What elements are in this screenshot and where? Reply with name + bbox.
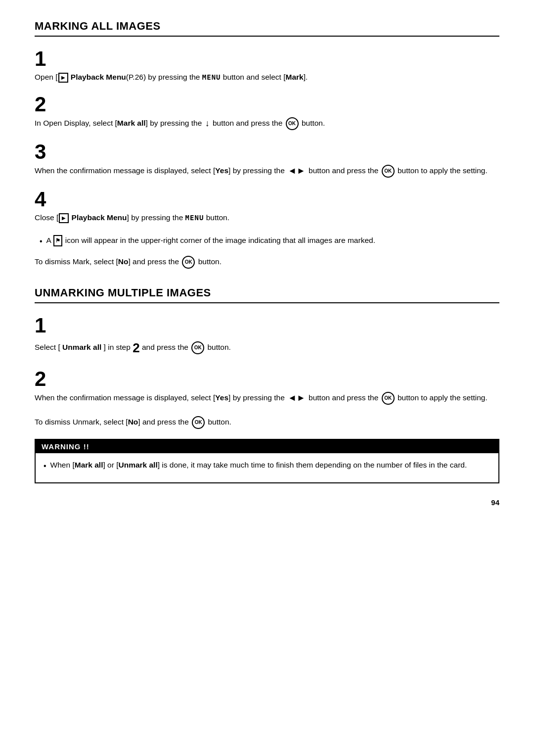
step-2-number: 2 bbox=[35, 94, 499, 115]
unmarking-step-2-text: When the confirmation message is display… bbox=[35, 391, 499, 405]
warning-content: • When [Mark all] or [Unmark all] is don… bbox=[36, 453, 498, 482]
marking-section: MARKING ALL IMAGES 1 Open [▶ Playback Me… bbox=[35, 20, 499, 269]
ok-button-icon: OK bbox=[286, 117, 299, 130]
unmarking-step-2: 2 When the confirmation message is displ… bbox=[35, 369, 499, 405]
unmarking-title: UNMARKING MULTIPLE IMAGES bbox=[35, 286, 499, 303]
playback-icon-2: ▶ bbox=[59, 213, 69, 223]
step-4-text: Close [▶ Playback Menu] by pressing the … bbox=[35, 212, 499, 224]
ok-button-icon-4: OK bbox=[191, 341, 204, 354]
down-arrow-icon: ↓ bbox=[205, 117, 210, 131]
lr-arrow-icon: ◄► bbox=[288, 164, 306, 178]
ok-button-icon-2: OK bbox=[382, 165, 395, 178]
marking-step-3: 3 When the confirmation message is displ… bbox=[35, 142, 499, 178]
mark-flag-icon: ⚑ bbox=[53, 235, 62, 246]
marking-dismiss: To dismiss Mark, select [No] and press t… bbox=[35, 256, 499, 269]
step-ref-2: 2 bbox=[133, 340, 139, 355]
ok-button-icon-5: OK bbox=[382, 392, 395, 405]
unmarking-step-1-text: Select [ Unmark all ] in step 2 and pres… bbox=[35, 338, 499, 358]
playback-icon: ▶ bbox=[58, 73, 68, 83]
unmarking-section: UNMARKING MULTIPLE IMAGES 1 Select [ Unm… bbox=[35, 286, 499, 483]
step-2-text: In Open Display, select [Mark all] by pr… bbox=[35, 117, 499, 131]
warning-header: WARNING !! bbox=[36, 440, 498, 453]
marking-bullet-1: • A ⚑ icon will appear in the upper-righ… bbox=[40, 235, 499, 248]
ok-button-icon-6: OK bbox=[192, 416, 205, 429]
step-3-number: 3 bbox=[35, 142, 499, 162]
bullet-dot: • bbox=[40, 236, 43, 248]
step-1-text: Open [▶ Playback Menu(P.26) by pressing … bbox=[35, 71, 499, 83]
warning-text: When [Mark all] or [Unmark all] is done,… bbox=[50, 459, 467, 471]
warning-bullet: • When [Mark all] or [Unmark all] is don… bbox=[44, 459, 490, 472]
lr-arrow-icon-2: ◄► bbox=[288, 391, 306, 405]
page-number: 94 bbox=[35, 498, 499, 507]
menu-label: MENU bbox=[202, 73, 221, 81]
step-4-number: 4 bbox=[35, 189, 499, 210]
marking-step-1: 1 Open [▶ Playback Menu(P.26) by pressin… bbox=[35, 48, 499, 83]
unmarking-step-2-number: 2 bbox=[35, 369, 499, 389]
warning-box: WARNING !! • When [Mark all] or [Unmark … bbox=[35, 439, 499, 483]
marking-title: MARKING ALL IMAGES bbox=[35, 20, 499, 37]
marking-step-2: 2 In Open Display, select [Mark all] by … bbox=[35, 94, 499, 131]
unmarking-step-1: 1 Select [ Unmark all ] in step 2 and pr… bbox=[35, 315, 499, 358]
unmarking-dismiss: To dismiss Unmark, select [No] and press… bbox=[35, 416, 499, 429]
step-3-text: When the confirmation message is display… bbox=[35, 164, 499, 178]
marking-bullet-1-text: A ⚑ icon will appear in the upper-right … bbox=[46, 235, 375, 246]
marking-bullets: • A ⚑ icon will appear in the upper-righ… bbox=[40, 235, 499, 248]
ok-button-icon-3: OK bbox=[182, 256, 195, 269]
unmarking-step-1-number: 1 bbox=[35, 315, 499, 336]
step-1-number: 1 bbox=[35, 48, 499, 69]
marking-step-4: 4 Close [▶ Playback Menu] by pressing th… bbox=[35, 189, 499, 224]
menu-label-2: MENU bbox=[185, 214, 204, 222]
warning-bullet-dot: • bbox=[44, 460, 46, 472]
